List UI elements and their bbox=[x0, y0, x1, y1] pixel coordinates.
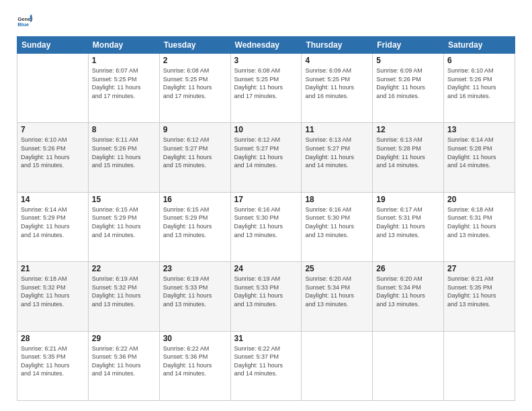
table-row: 14Sunrise: 6:14 AMSunset: 5:29 PMDayligh… bbox=[17, 192, 89, 261]
day-number: 27 bbox=[447, 264, 511, 273]
table-row: 15Sunrise: 6:15 AMSunset: 5:29 PMDayligh… bbox=[88, 192, 159, 261]
day-info: Sunrise: 6:22 AMSunset: 5:36 PMDaylight:… bbox=[92, 345, 156, 378]
table-row: 10Sunrise: 6:12 AMSunset: 5:27 PMDayligh… bbox=[230, 123, 302, 192]
table-row: 23Sunrise: 6:19 AMSunset: 5:33 PMDayligh… bbox=[159, 262, 230, 331]
table-row: 4Sunrise: 6:09 AMSunset: 5:25 PMDaylight… bbox=[302, 54, 373, 123]
day-info: Sunrise: 6:19 AMSunset: 5:33 PMDaylight:… bbox=[234, 275, 298, 308]
day-number: 15 bbox=[92, 195, 156, 204]
day-info: Sunrise: 6:09 AMSunset: 5:25 PMDaylight:… bbox=[305, 66, 369, 100]
day-info: Sunrise: 6:09 AMSunset: 5:26 PMDaylight:… bbox=[376, 66, 440, 100]
day-info: Sunrise: 6:13 AMSunset: 5:27 PMDaylight:… bbox=[305, 136, 369, 169]
svg-text:Blue: Blue bbox=[17, 21, 30, 28]
day-number: 16 bbox=[163, 195, 227, 204]
header: General Blue bbox=[17, 13, 515, 30]
day-info: Sunrise: 6:12 AMSunset: 5:27 PMDaylight:… bbox=[234, 136, 298, 169]
day-info: Sunrise: 6:19 AMSunset: 5:33 PMDaylight:… bbox=[163, 275, 227, 308]
day-number: 11 bbox=[305, 125, 369, 134]
day-number: 18 bbox=[305, 195, 369, 204]
day-info: Sunrise: 6:10 AMSunset: 5:26 PMDaylight:… bbox=[447, 66, 511, 100]
table-row: 27Sunrise: 6:21 AMSunset: 5:35 PMDayligh… bbox=[444, 262, 515, 331]
day-info: Sunrise: 6:14 AMSunset: 5:28 PMDaylight:… bbox=[447, 136, 511, 169]
day-number: 23 bbox=[163, 264, 227, 273]
header-monday: Monday bbox=[88, 37, 159, 54]
day-number: 5 bbox=[376, 56, 440, 65]
day-info: Sunrise: 6:17 AMSunset: 5:31 PMDaylight:… bbox=[376, 205, 440, 239]
day-info: Sunrise: 6:22 AMSunset: 5:37 PMDaylight:… bbox=[234, 345, 298, 378]
day-number: 4 bbox=[305, 56, 369, 65]
table-row: 24Sunrise: 6:19 AMSunset: 5:33 PMDayligh… bbox=[230, 262, 302, 331]
table-row: 3Sunrise: 6:08 AMSunset: 5:25 PMDaylight… bbox=[230, 54, 302, 123]
header-sunday: Sunday bbox=[17, 37, 89, 54]
page: General Blue Sunday Monday Tuesday Wedne… bbox=[0, 0, 532, 411]
day-info: Sunrise: 6:18 AMSunset: 5:32 PMDaylight:… bbox=[21, 275, 85, 308]
day-number: 21 bbox=[21, 264, 85, 273]
calendar-week-row: 14Sunrise: 6:14 AMSunset: 5:29 PMDayligh… bbox=[17, 192, 515, 261]
day-info: Sunrise: 6:14 AMSunset: 5:29 PMDaylight:… bbox=[21, 205, 85, 239]
day-info: Sunrise: 6:10 AMSunset: 5:26 PMDaylight:… bbox=[21, 136, 85, 169]
table-row: 25Sunrise: 6:20 AMSunset: 5:34 PMDayligh… bbox=[302, 262, 373, 331]
table-row: 6Sunrise: 6:10 AMSunset: 5:26 PMDaylight… bbox=[444, 54, 515, 123]
header-thursday: Thursday bbox=[302, 37, 373, 54]
calendar-week-row: 21Sunrise: 6:18 AMSunset: 5:32 PMDayligh… bbox=[17, 262, 515, 331]
day-number: 12 bbox=[376, 125, 440, 134]
day-info: Sunrise: 6:15 AMSunset: 5:29 PMDaylight:… bbox=[92, 205, 156, 239]
table-row: 29Sunrise: 6:22 AMSunset: 5:36 PMDayligh… bbox=[88, 331, 159, 400]
header-saturday: Saturday bbox=[444, 37, 515, 54]
table-row: 20Sunrise: 6:18 AMSunset: 5:31 PMDayligh… bbox=[444, 192, 515, 261]
table-row: 9Sunrise: 6:12 AMSunset: 5:27 PMDaylight… bbox=[159, 123, 230, 192]
table-row: 26Sunrise: 6:20 AMSunset: 5:34 PMDayligh… bbox=[373, 262, 444, 331]
day-number: 22 bbox=[92, 264, 156, 273]
day-number: 6 bbox=[447, 56, 511, 65]
table-row bbox=[302, 331, 373, 400]
day-number: 19 bbox=[376, 195, 440, 204]
table-row: 1Sunrise: 6:07 AMSunset: 5:25 PMDaylight… bbox=[88, 54, 159, 123]
header-wednesday: Wednesday bbox=[230, 37, 302, 54]
day-number: 28 bbox=[21, 334, 85, 343]
day-number: 7 bbox=[21, 125, 85, 134]
day-number: 3 bbox=[234, 56, 298, 65]
general-blue-icon: General Blue bbox=[17, 13, 33, 30]
table-row bbox=[17, 54, 89, 123]
calendar-week-row: 7Sunrise: 6:10 AMSunset: 5:26 PMDaylight… bbox=[17, 123, 515, 192]
day-number: 17 bbox=[234, 195, 298, 204]
day-number: 8 bbox=[92, 125, 156, 134]
day-number: 1 bbox=[92, 56, 156, 65]
day-info: Sunrise: 6:15 AMSunset: 5:29 PMDaylight:… bbox=[163, 205, 227, 239]
table-row: 11Sunrise: 6:13 AMSunset: 5:27 PMDayligh… bbox=[302, 123, 373, 192]
table-row: 17Sunrise: 6:16 AMSunset: 5:30 PMDayligh… bbox=[230, 192, 302, 261]
day-info: Sunrise: 6:19 AMSunset: 5:32 PMDaylight:… bbox=[92, 275, 156, 308]
table-row: 2Sunrise: 6:08 AMSunset: 5:25 PMDaylight… bbox=[159, 54, 230, 123]
day-info: Sunrise: 6:11 AMSunset: 5:26 PMDaylight:… bbox=[92, 136, 156, 169]
day-number: 26 bbox=[376, 264, 440, 273]
table-row: 31Sunrise: 6:22 AMSunset: 5:37 PMDayligh… bbox=[230, 331, 302, 400]
table-row: 8Sunrise: 6:11 AMSunset: 5:26 PMDaylight… bbox=[88, 123, 159, 192]
day-number: 13 bbox=[447, 125, 511, 134]
header-friday: Friday bbox=[373, 37, 444, 54]
day-number: 10 bbox=[234, 125, 298, 134]
day-info: Sunrise: 6:12 AMSunset: 5:27 PMDaylight:… bbox=[163, 136, 227, 169]
day-info: Sunrise: 6:07 AMSunset: 5:25 PMDaylight:… bbox=[92, 66, 156, 100]
table-row: 22Sunrise: 6:19 AMSunset: 5:32 PMDayligh… bbox=[88, 262, 159, 331]
day-info: Sunrise: 6:21 AMSunset: 5:35 PMDaylight:… bbox=[21, 345, 85, 378]
day-number: 20 bbox=[447, 195, 511, 204]
day-info: Sunrise: 6:22 AMSunset: 5:36 PMDaylight:… bbox=[163, 345, 227, 378]
day-number: 2 bbox=[163, 56, 227, 65]
table-row: 21Sunrise: 6:18 AMSunset: 5:32 PMDayligh… bbox=[17, 262, 89, 331]
table-row: 19Sunrise: 6:17 AMSunset: 5:31 PMDayligh… bbox=[373, 192, 444, 261]
calendar-header-row: Sunday Monday Tuesday Wednesday Thursday… bbox=[17, 37, 515, 54]
table-row: 30Sunrise: 6:22 AMSunset: 5:36 PMDayligh… bbox=[159, 331, 230, 400]
table-row bbox=[373, 331, 444, 400]
day-info: Sunrise: 6:20 AMSunset: 5:34 PMDaylight:… bbox=[305, 275, 369, 308]
day-info: Sunrise: 6:18 AMSunset: 5:31 PMDaylight:… bbox=[447, 205, 511, 239]
table-row bbox=[444, 331, 515, 400]
day-number: 30 bbox=[163, 334, 227, 343]
table-row: 7Sunrise: 6:10 AMSunset: 5:26 PMDaylight… bbox=[17, 123, 89, 192]
table-row: 13Sunrise: 6:14 AMSunset: 5:28 PMDayligh… bbox=[444, 123, 515, 192]
table-row: 12Sunrise: 6:13 AMSunset: 5:28 PMDayligh… bbox=[373, 123, 444, 192]
calendar-week-row: 28Sunrise: 6:21 AMSunset: 5:35 PMDayligh… bbox=[17, 331, 515, 400]
day-number: 24 bbox=[234, 264, 298, 273]
table-row: 18Sunrise: 6:16 AMSunset: 5:30 PMDayligh… bbox=[302, 192, 373, 261]
table-row: 16Sunrise: 6:15 AMSunset: 5:29 PMDayligh… bbox=[159, 192, 230, 261]
day-info: Sunrise: 6:20 AMSunset: 5:34 PMDaylight:… bbox=[376, 275, 440, 308]
header-tuesday: Tuesday bbox=[159, 37, 230, 54]
